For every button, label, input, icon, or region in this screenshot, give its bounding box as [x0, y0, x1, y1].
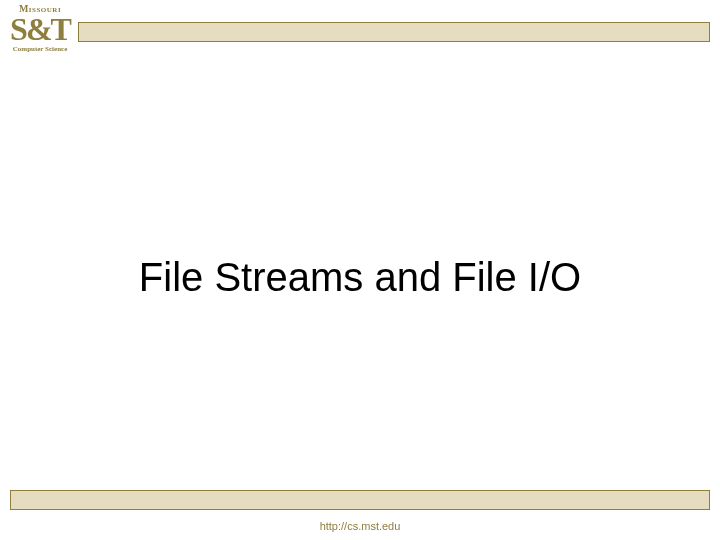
logo-line-3: Computer Science	[6, 46, 74, 53]
slide-title: File Streams and File I/O	[0, 255, 720, 300]
footer-bar	[10, 490, 710, 510]
footer-url: http://cs.mst.edu	[0, 520, 720, 532]
university-logo: Missouri S&T Computer Science	[6, 4, 74, 53]
header-bar	[78, 22, 710, 42]
logo-line-2: S&T	[6, 15, 74, 44]
